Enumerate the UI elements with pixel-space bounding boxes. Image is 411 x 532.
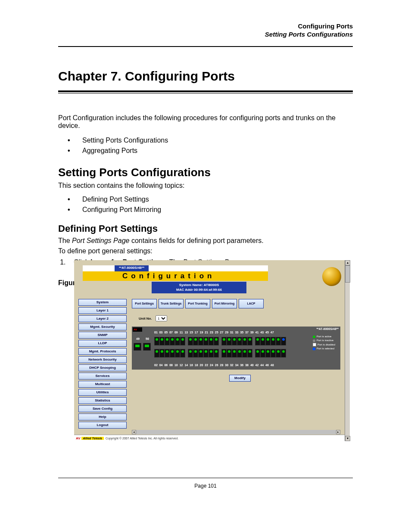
top-port-41[interactable]	[265, 337, 271, 345]
top-port-19[interactable]	[203, 337, 209, 345]
bot-port-24[interactable]	[214, 349, 219, 358]
top-port-25[interactable]	[221, 337, 227, 345]
bot-port-32[interactable]	[237, 349, 242, 358]
bot-port-14[interactable]	[188, 349, 193, 358]
bot-port-18[interactable]	[198, 349, 203, 358]
top-port-43[interactable]	[271, 337, 276, 345]
inner-horizontal-scrollbar[interactable]: ◂ ▸	[132, 430, 340, 434]
top-port-15[interactable]	[193, 337, 198, 345]
top-port-37[interactable]	[255, 337, 260, 345]
globe-icon	[322, 267, 341, 286]
top-port-23[interactable]	[214, 337, 219, 345]
top-port-11[interactable]	[180, 337, 185, 345]
nav-layer1[interactable]: Layer 1	[78, 307, 127, 314]
top-port-39[interactable]	[260, 337, 265, 345]
bot-port-12[interactable]	[180, 349, 185, 358]
top-port-31[interactable]	[237, 337, 242, 345]
nav-statistics[interactable]: Statistics	[78, 397, 127, 404]
tab-lacp[interactable]: LACP	[239, 299, 264, 308]
footer-rule	[58, 478, 353, 478]
nav-layer2[interactable]: Layer 2	[78, 315, 127, 322]
bot-port-40[interactable]	[260, 349, 265, 358]
tab-port-settings[interactable]: Port Settings	[132, 299, 157, 308]
bot-port-2[interactable]	[154, 349, 159, 358]
scroll-down-icon[interactable]: ▾	[345, 436, 350, 441]
vendor-chip-icon: AV	[133, 327, 142, 332]
top-port-17[interactable]	[198, 337, 203, 345]
top-port-45[interactable]	[276, 337, 281, 345]
nav-system[interactable]: System	[78, 299, 127, 306]
top-port-33[interactable]	[242, 337, 247, 345]
topic-item: Defining Port Settings	[68, 196, 353, 203]
nav-services[interactable]: Services	[78, 373, 127, 380]
nav-mgmt-security[interactable]: Mgmt. Security	[78, 324, 127, 330]
bot-port-10[interactable]	[175, 349, 180, 358]
bot-port-26[interactable]	[221, 349, 227, 358]
top-port-35[interactable]	[247, 337, 252, 345]
top-port-13[interactable]	[188, 337, 193, 345]
nav-mgmt-protocols[interactable]: Mgmt. Protocols	[78, 348, 127, 355]
outer-vertical-scrollbar[interactable]: ▴ ▾	[345, 260, 350, 441]
nav-save-config[interactable]: Save Config	[78, 405, 127, 412]
bot-port-38[interactable]	[255, 349, 260, 358]
nav-dhcp-snooping[interactable]: DHCP Snooping	[78, 364, 127, 371]
top-port-27[interactable]	[227, 337, 232, 345]
bot-port-6[interactable]	[165, 349, 170, 358]
port-settings-screenshot: **AT-8000S/48** Configuration System Nam…	[74, 260, 350, 441]
defining-lead: To define port general settings:	[58, 247, 353, 255]
top-port-47[interactable]	[281, 337, 286, 345]
bot-port-28[interactable]	[227, 349, 232, 358]
setting-intro: This section contains the following topi…	[58, 182, 353, 190]
nav-multicast[interactable]: Multicast	[78, 381, 127, 388]
bot-port-16[interactable]	[193, 349, 198, 358]
top-port-9[interactable]	[175, 337, 180, 345]
unit-no-select[interactable]: 1	[156, 315, 167, 321]
system-info-band: System Name: ATI8000S MAC Addr 00:99:64:…	[152, 282, 246, 293]
section-defining-port-settings: Defining Port Settings	[58, 223, 353, 234]
bot-port-4[interactable]	[159, 349, 165, 358]
nav-help[interactable]: Help	[78, 414, 127, 420]
nav-lldp[interactable]: LLDP	[78, 340, 127, 347]
bot-port-36[interactable]	[247, 349, 252, 358]
top-port-1[interactable]	[154, 337, 159, 345]
bot-port-46[interactable]	[276, 349, 281, 358]
title-band: **AT-8000S/48** Configuration	[83, 265, 268, 281]
top-port-7[interactable]	[170, 337, 175, 345]
bot-port-20[interactable]	[203, 349, 209, 358]
nav-snmp[interactable]: SNMP	[78, 332, 127, 339]
bot-port-44[interactable]	[271, 349, 276, 358]
scrollbar-thumb[interactable]	[345, 265, 350, 283]
running-head-right-1: Configuring Ports	[265, 22, 353, 31]
nav-utilities[interactable]: Utilities	[78, 389, 127, 396]
bot-port-30[interactable]	[232, 349, 237, 358]
bot-port-8[interactable]	[170, 349, 175, 358]
defining-paragraph: The Port Settings Page contains fields f…	[58, 237, 353, 245]
scroll-up-icon[interactable]: ▴	[345, 260, 350, 265]
procedure-item: Aggregating Ports	[68, 147, 353, 155]
scroll-right-icon[interactable]: ▸	[336, 430, 340, 434]
top-port-29[interactable]	[232, 337, 237, 345]
vendor-mark-icon: AV	[76, 436, 81, 440]
port-50[interactable]: 50	[143, 343, 151, 351]
unit-no-label: Unit No.	[139, 317, 152, 320]
tab-port-trunking[interactable]: Port Trunking	[185, 299, 210, 308]
page-number: Page 101	[0, 483, 411, 489]
port-49[interactable]: 49	[134, 343, 141, 351]
bot-port-34[interactable]	[242, 349, 247, 358]
bot-port-22[interactable]	[209, 349, 214, 358]
vendor-logo: Allied Telesis	[81, 437, 104, 440]
bot-port-48[interactable]	[281, 349, 286, 358]
nav-logout[interactable]: Logout	[78, 422, 127, 429]
scroll-left-icon[interactable]: ◂	[132, 430, 136, 434]
device-tab[interactable]: **AT-8000S/48**	[115, 265, 149, 271]
tab-port-mirroring[interactable]: Port Mirroring	[212, 299, 237, 308]
port-row-top	[154, 337, 289, 345]
top-port-3[interactable]	[159, 337, 165, 345]
top-port-5[interactable]	[165, 337, 170, 345]
nav-network-security[interactable]: Network Security	[78, 356, 127, 363]
bot-port-42[interactable]	[265, 349, 271, 358]
top-port-21[interactable]	[209, 337, 214, 345]
tab-trunk-settings[interactable]: Trunk Settings	[159, 299, 184, 308]
modify-button[interactable]: Modify	[229, 375, 251, 382]
uplink-ports: 49 50	[134, 343, 151, 351]
